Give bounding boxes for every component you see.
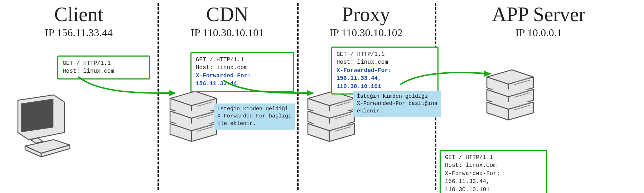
req-line: GET / HTTP/1.1 [196, 56, 289, 64]
note-proxy: İsteğin kimden geldiği X-Forwarded-For b… [353, 91, 441, 117]
svg-marker-19 [307, 90, 314, 96]
client-ip: IP 156.11.33.44 [45, 26, 112, 39]
req-line: GET / HTTP/1.1 [445, 154, 542, 161]
arrow-cdn-proxy [222, 77, 315, 98]
req-line: Host: linux.com [445, 161, 542, 169]
req-line: GET / HTTP/1.1 [336, 50, 433, 58]
client-title: Client [54, 3, 103, 26]
app-title: APP Server [492, 3, 586, 26]
col-proxy: Proxy IP 110.30.10.102 [297, 0, 435, 39]
col-cdn: CDN IP 110.30.10.101 [158, 0, 297, 39]
req-xff: X-Forwarded-For: 156.11.33.44, [445, 170, 542, 186]
note-cdn: İsteğin kimden geldiği X-Forwarded-For b… [214, 103, 295, 130]
proxy-title: Proxy [342, 3, 390, 26]
computer-icon [11, 93, 72, 159]
col-app: APP Server IP 10.0.0.1 [435, 0, 643, 39]
req-line: Host: linux.com [196, 64, 289, 72]
cdn-ip: IP 110.30.10.101 [191, 26, 264, 39]
svg-marker-20 [484, 71, 492, 77]
req-line: GET / HTTP/1.1 [63, 59, 145, 67]
col-client: Client IP 156.11.33.44 [0, 0, 158, 39]
app-ip: IP 10.0.0.1 [515, 26, 562, 39]
cdn-title: CDN [206, 3, 248, 26]
req-xff: 110.30.10.101 [445, 186, 542, 193]
request-app: GET / HTTP/1.1 Host: linux.com X-Forward… [440, 150, 547, 193]
proxy-ip: IP 110.30.10.102 [329, 26, 402, 39]
svg-marker-18 [169, 90, 176, 96]
arrow-proxy-app [399, 68, 492, 90]
arrow-client-cdn [77, 72, 177, 100]
req-line: Host: linux.com [336, 58, 433, 66]
